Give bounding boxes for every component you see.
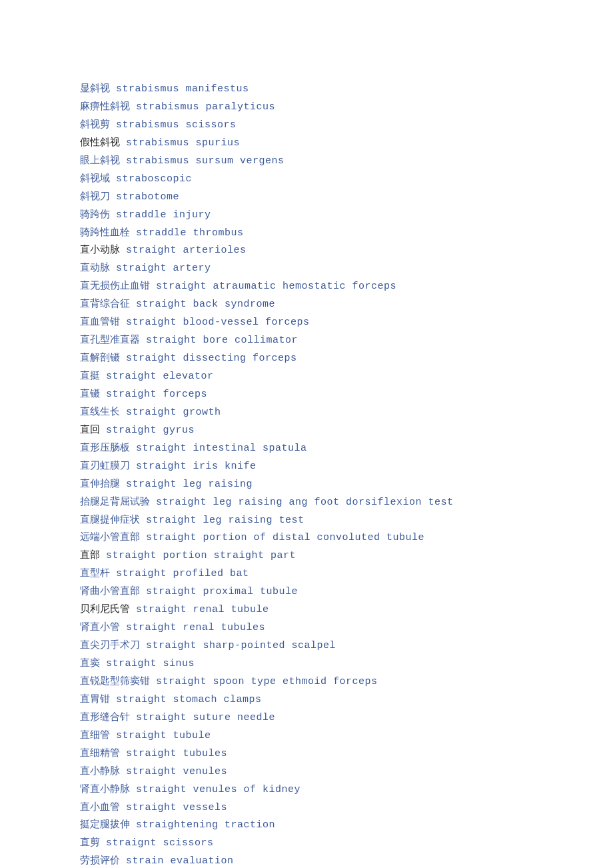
glossary-entry: 直型杆 straight profiled bat — [80, 565, 536, 583]
term-chinese: 抬腿足背屈试验 — [80, 496, 150, 507]
term-english: strain evaluation — [126, 855, 234, 867]
glossary-entry: 骑跨性血栓 straddle thrombus — [80, 224, 536, 242]
glossary-entry: 直动脉 straight artery — [80, 259, 536, 277]
glossary-entry: 贝利尼氏管 straight renal tubule — [80, 601, 536, 619]
term-english: strabismus scissors — [116, 119, 237, 131]
term-english: strabismus manifestus — [116, 83, 249, 95]
glossary-entry: 直回 straight gyrus — [80, 421, 536, 439]
term-chinese: 直动脉 — [80, 262, 110, 273]
term-chinese: 直形压肠板 — [80, 442, 130, 453]
term-english: straight portion of distal convoluted tu… — [146, 532, 424, 543]
term-chinese: 直回 — [80, 424, 100, 435]
glossary-entry: 显斜视 strabismus manifestus — [80, 80, 536, 98]
term-chinese: 斜视剪 — [80, 119, 110, 129]
glossary-entry: 直刃虹膜刀 straight iris knife — [80, 457, 536, 475]
term-english: straight profiled bat — [116, 568, 249, 579]
term-chinese: 斜视域 — [80, 173, 110, 183]
glossary-entry: 直镊 straight forceps — [80, 385, 536, 403]
glossary-entry: 肾直小管 straight renal tubules — [80, 619, 536, 637]
glossary-entry: 劳损评价 strain evaluation — [80, 852, 536, 868]
glossary-entry: 直形压肠板 straight intestinal spatula — [80, 439, 536, 457]
glossary-entry: 直窦 straight sinus — [80, 655, 536, 673]
glossary-entry: 直胃钳 straight stomach clamps — [80, 691, 536, 709]
term-chinese: 直挺 — [80, 370, 100, 381]
term-english: straight growth — [126, 407, 221, 418]
term-chinese: 劳损评价 — [80, 855, 120, 865]
term-chinese: 假性斜视 — [80, 137, 120, 147]
glossary-entry: 肾直小静脉 straight venules of kidney — [80, 781, 536, 799]
term-chinese: 贝利尼氏管 — [80, 603, 130, 614]
term-chinese: 直锐匙型筛窦钳 — [80, 675, 150, 686]
term-english: straight atraumatic hemostatic forceps — [156, 281, 396, 292]
term-chinese: 直部 — [80, 549, 100, 560]
glossary-entry: 直伸抬腿 straight leg raising — [80, 475, 536, 493]
glossary-entry: 直形缝合针 straight suture needle — [80, 709, 536, 727]
glossary-entry: 骑跨伤 straddle injury — [80, 206, 536, 224]
term-chinese: 肾直小静脉 — [80, 783, 130, 794]
term-chinese: 骑跨伤 — [80, 209, 110, 219]
glossary-entry: 直小血管 straight vessels — [80, 799, 536, 817]
glossary-entry: 抬腿足背屈试验 straight leg raising ang foot do… — [80, 493, 536, 511]
term-chinese: 直镊 — [80, 388, 100, 399]
term-english: straight tubules — [126, 748, 227, 759]
term-chinese: 挺定腿拔伸 — [80, 819, 130, 829]
term-english: straddle thrombus — [136, 227, 244, 239]
term-english: straight sharp-pointed scalpel — [146, 640, 336, 651]
term-chinese: 肾曲小管直部 — [80, 585, 140, 596]
glossary-entry: 斜视刀 strabotome — [80, 188, 536, 206]
term-english: straight bore collimator — [146, 335, 298, 346]
glossary-entry: 远端小管直部 straight portion of distal convol… — [80, 529, 536, 547]
glossary-entry: 假性斜视 strabismus spurius — [80, 134, 536, 152]
term-english: straight suture needle — [136, 712, 275, 723]
glossary-entry: 挺定腿拔伸 straightening traction — [80, 816, 536, 834]
term-english: straightening traction — [136, 819, 275, 831]
term-chinese: 直伸抬腿 — [80, 478, 120, 489]
term-chinese: 直剪 — [80, 837, 100, 847]
term-chinese: 直形缝合针 — [80, 711, 130, 722]
term-english: strabismus spurius — [126, 137, 240, 149]
glossary-entry: 麻痹性斜视 strabismus paralyticus — [80, 98, 536, 116]
term-english: straight intestinal spatula — [136, 443, 307, 454]
term-english: straight gyrus — [106, 425, 195, 436]
glossary-entry: 直血管钳 straight blood-vessel forceps — [80, 313, 536, 331]
glossary-entry: 直小动脉 straight arterioles — [80, 241, 536, 259]
glossary-entry: 眼上斜视 strabismus sursum vergens — [80, 152, 536, 170]
glossary-entry: 直部 straight portion straight part — [80, 547, 536, 565]
term-chinese: 斜视刀 — [80, 191, 110, 201]
glossary-entry: 直孔型准直器 straight bore collimator — [80, 331, 536, 349]
glossary-list: 显斜视 strabismus manifestus麻痹性斜视 strabismu… — [80, 80, 536, 868]
term-chinese: 麻痹性斜视 — [80, 101, 130, 111]
term-english: straight forceps — [106, 389, 207, 400]
glossary-entry: 直小静脉 straight venules — [80, 763, 536, 781]
term-english: straight artery — [116, 263, 211, 274]
glossary-entry: 直剪 straignt scissors — [80, 834, 536, 852]
glossary-entry: 斜视剪 strabismus scissors — [80, 116, 536, 134]
term-chinese: 直解剖镊 — [80, 352, 120, 363]
term-english: strabismus paralyticus — [136, 101, 275, 113]
term-english: straight renal tubules — [126, 622, 265, 633]
term-chinese: 直细精管 — [80, 747, 120, 758]
term-english: straight sinus — [106, 658, 195, 669]
term-english: straight blood-vessel forceps — [126, 317, 310, 328]
glossary-entry: 斜视域 straboscopic — [80, 170, 536, 188]
glossary-entry: 直锐匙型筛窦钳 straight spoon type ethmoid forc… — [80, 673, 536, 691]
term-english: straight leg raising — [126, 479, 253, 490]
term-english: straight spoon type ethmoid forceps — [156, 676, 378, 687]
glossary-entry: 直细管 straight tubule — [80, 727, 536, 745]
glossary-entry: 直解剖镊 straight dissecting forceps — [80, 349, 536, 367]
term-chinese: 直尖刃手术刀 — [80, 639, 140, 650]
glossary-entry: 直细精管 straight tubules — [80, 745, 536, 763]
glossary-entry: 直挺 straight elevator — [80, 367, 536, 385]
glossary-entry: 直无损伤止血钳 straight atraumatic hemostatic f… — [80, 277, 536, 295]
term-chinese: 直线生长 — [80, 406, 120, 417]
term-english: straight venules — [126, 766, 227, 777]
term-chinese: 直孔型准直器 — [80, 334, 140, 345]
term-chinese: 直小动脉 — [80, 244, 120, 255]
glossary-entry: 直腿提伸症状 straight leg raising test — [80, 511, 536, 529]
term-english: straight tubule — [116, 730, 211, 741]
term-english: straignt scissors — [106, 837, 214, 849]
term-english: straight stomach clamps — [116, 694, 262, 705]
term-english: straight dissecting forceps — [126, 353, 297, 364]
term-english: straboscopic — [116, 173, 192, 185]
term-chinese: 直型杆 — [80, 567, 110, 578]
